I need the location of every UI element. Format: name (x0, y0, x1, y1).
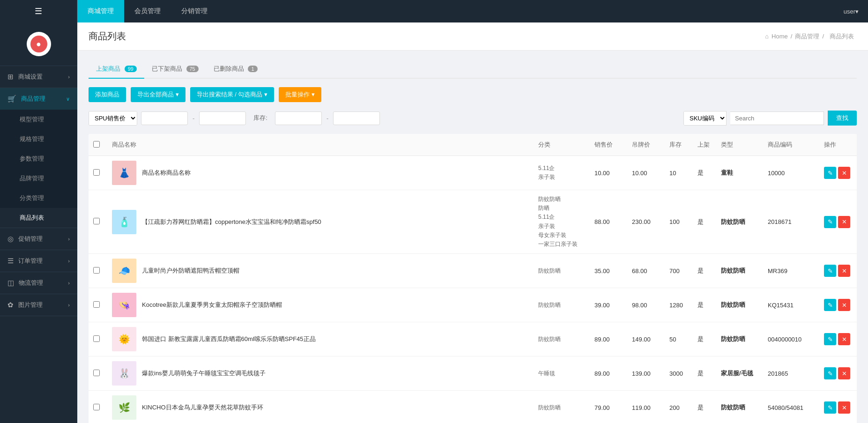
edit-button-3[interactable]: ✎ (824, 299, 836, 311)
row-stock-1: 100 (665, 190, 693, 254)
row-code-5: 201865 (763, 356, 819, 391)
sidebar-item-spec-mgmt[interactable]: 规格管理 (0, 129, 77, 149)
sidebar-item-order[interactable]: ☰ 订单管理 › (0, 250, 77, 272)
search-input[interactable] (730, 111, 824, 125)
row-checkbox-3[interactable] (93, 301, 100, 308)
delete-button-3[interactable]: ✕ (838, 299, 850, 311)
delete-button-6[interactable]: ✕ (838, 401, 850, 414)
sidebar-item-brand-mgmt[interactable]: 品牌管理 (0, 169, 77, 188)
product-image-6: 🌿 (112, 395, 136, 420)
row-type-4: 防蚊防晒 (716, 322, 763, 356)
th-product-name: 商品名称 (107, 134, 534, 156)
edit-button-5[interactable]: ✎ (824, 367, 836, 379)
sidebar-item-promo[interactable]: ◎ 促销管理 › (0, 228, 77, 250)
row-type-2: 防蚊防晒 (716, 254, 763, 288)
price-filter-select[interactable]: SPU销售价 SPU吊牌价 SKU销售价 (89, 111, 137, 125)
sidebar-item-store-settings[interactable]: ⊞ 商城设置 › (0, 66, 77, 88)
row-tag-price-2: 68.00 (627, 254, 665, 288)
delete-button-0[interactable]: ✕ (838, 167, 850, 179)
price-max-input[interactable] (199, 111, 246, 125)
table-row: 👗 商品名称商品名称 5.11企亲子装 10.00 10.00 10 是 童鞋 … (89, 156, 857, 190)
row-checkbox-4[interactable] (93, 335, 100, 342)
row-product-cell: 🧢 儿童时尚户外防晒遮阳鸭舌帽空顶帽 (107, 254, 534, 288)
batch-operation-button[interactable]: 批量操作 ▾ (279, 87, 321, 102)
sidebar-item-param-mgmt[interactable]: 参数管理 (0, 149, 77, 169)
row-category-4: 防蚊防晒 (534, 322, 590, 356)
sidebar-item-product-list[interactable]: 商品列表 (0, 208, 77, 228)
row-sale-price-6: 79.00 (590, 391, 627, 423)
product-name-0: 商品名称商品名称 (142, 169, 191, 177)
tab-off-shelf[interactable]: 已下架商品 75 (144, 60, 206, 79)
sidebar-logo: ● (0, 22, 77, 66)
product-name-1: 【江疏影力荐网红防晒霜】coppertone水宝宝温和纯净防晒霜spf50 (142, 218, 321, 226)
nav-item-distribution[interactable]: 分销管理 (171, 0, 218, 22)
row-code-2: MR369 (763, 254, 819, 288)
row-tag-price-3: 98.00 (627, 288, 665, 322)
delete-button-1[interactable]: ✕ (838, 216, 850, 228)
stock-max-input[interactable] (333, 111, 380, 125)
stock-min-input[interactable] (275, 111, 322, 125)
nav-item-member[interactable]: 会员管理 (124, 0, 171, 22)
sidebar-item-product-mgmt[interactable]: 🛒 商品管理 ∨ (0, 88, 77, 110)
row-checkbox-0[interactable] (93, 169, 100, 176)
row-actions-0: ✎ ✕ (819, 156, 857, 190)
chevron-right-icon-order: › (68, 258, 70, 264)
logistics-icon: ◫ (7, 279, 14, 287)
chevron-right-icon: › (68, 74, 70, 80)
edit-button-4[interactable]: ✎ (824, 333, 836, 345)
table-row: 🐰 爆款ins婴儿萌萌兔子午睡毯宝宝空调毛线毯子 午睡毯 89.00 139.0… (89, 356, 857, 391)
nav-item-store[interactable]: 商城管理 (77, 0, 124, 22)
sidebar-item-image[interactable]: ✿ 图片管理 › (0, 294, 77, 316)
sidebar-item-logistics[interactable]: ◫ 物流管理 › (0, 272, 77, 294)
sidebar-item-model-mgmt[interactable]: 模型管理 (0, 110, 77, 129)
breadcrumb-product-mgmt[interactable]: 商品管理 (795, 32, 819, 41)
edit-button-6[interactable]: ✎ (824, 401, 836, 414)
delete-button-5[interactable]: ✕ (838, 367, 850, 379)
row-category-6: 防蚊防晒 (534, 391, 590, 423)
row-actions-6: ✎ ✕ (819, 391, 857, 423)
product-mgmt-icon: 🛒 (7, 95, 16, 103)
row-tag-price-4: 149.00 (627, 322, 665, 356)
sidebar-item-category-mgmt[interactable]: 分类管理 (0, 188, 77, 208)
product-name-5: 爆款ins婴儿萌萌兔子午睡毯宝宝空调毛线毯子 (142, 369, 266, 378)
chevron-right-icon-image: › (68, 302, 70, 308)
chevron-right-icon-logistics: › (68, 280, 70, 286)
search-button[interactable]: 查找 (828, 111, 857, 126)
price-min-input[interactable] (141, 111, 188, 125)
export-all-button[interactable]: 导出全部商品 ▾ (131, 87, 185, 102)
row-category-3: 防蚊防晒 (534, 288, 590, 322)
row-checkbox-6[interactable] (93, 404, 100, 410)
select-all-checkbox[interactable] (93, 141, 100, 148)
order-icon: ☰ (7, 257, 14, 265)
user-menu[interactable]: user▾ (844, 8, 868, 15)
row-on-shelf-0: 是 (693, 156, 716, 190)
sidebar-section-product-mgmt: 🛒 商品管理 ∨ 模型管理 规格管理 参数管理 品牌管理 分类管理 商品列表 (0, 88, 77, 228)
tab-deleted[interactable]: 已删除商品 1 (206, 60, 265, 79)
menu-button[interactable]: ☰ (0, 0, 77, 22)
chevron-right-icon-promo: › (68, 236, 70, 242)
row-checkbox-5[interactable] (93, 370, 100, 376)
row-checkbox-cell (89, 356, 107, 391)
row-sale-price-0: 10.00 (590, 156, 627, 190)
export-search-button[interactable]: 导出搜索结果 / 勾选商品 ▾ (190, 87, 274, 102)
row-checkbox-1[interactable] (93, 218, 100, 224)
row-type-0: 童鞋 (716, 156, 763, 190)
row-checkbox-2[interactable] (93, 267, 100, 274)
delete-button-2[interactable]: ✕ (838, 265, 850, 277)
edit-button-2[interactable]: ✎ (824, 265, 836, 277)
add-product-button[interactable]: 添加商品 (89, 87, 126, 102)
delete-button-4[interactable]: ✕ (838, 333, 850, 345)
tab-on-shelf[interactable]: 上架商品 99 (89, 60, 144, 79)
edit-button-0[interactable]: ✎ (824, 167, 836, 179)
row-sale-price-5: 89.00 (590, 356, 627, 391)
row-category-2: 防蚊防晒 (534, 254, 590, 288)
product-name-6: KINCHO日本金鸟儿童孕婴天然花草防蚊手环 (142, 403, 263, 412)
product-table: 商品名称 分类 销售价 吊牌价 库存 上架 类型 商品编码 操作 (89, 134, 857, 423)
breadcrumb-home[interactable]: Home (772, 33, 788, 40)
edit-button-1[interactable]: ✎ (824, 216, 836, 228)
search-type-select[interactable]: SKU编码 商品名称 商品编码 (684, 111, 726, 125)
row-product-cell: 🧴 【江疏影力荐网红防晒霜】coppertone水宝宝温和纯净防晒霜spf50 (107, 190, 534, 254)
row-sale-price-2: 35.00 (590, 254, 627, 288)
th-category: 分类 (534, 134, 590, 156)
stock-dash: - (326, 115, 329, 122)
